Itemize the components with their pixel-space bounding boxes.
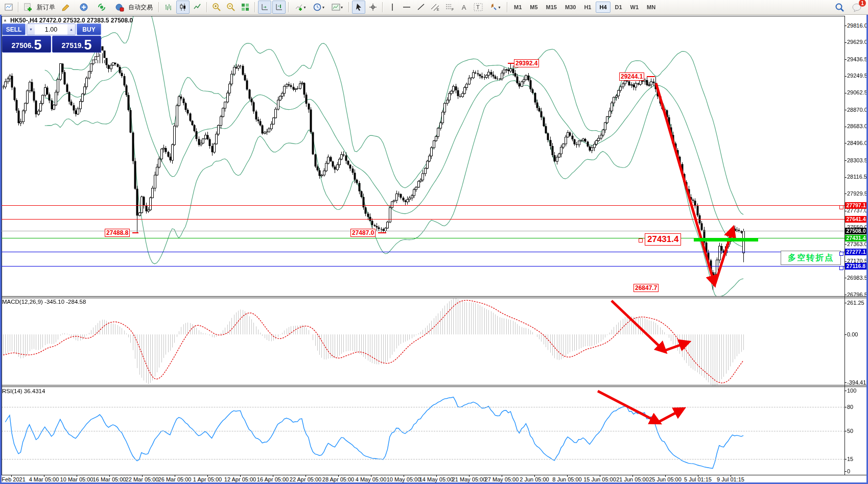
notifications-icon[interactable]: 1 — [850, 1, 863, 14]
line-chart-icon[interactable] — [191, 1, 204, 14]
date-axis-label: 10 Mar 05:00 — [60, 476, 93, 482]
buy-button[interactable]: BUY — [77, 23, 101, 35]
support-highlight-bar[interactable] — [694, 238, 758, 241]
volume-down-button[interactable]: ▾ — [27, 24, 35, 35]
date-axis-tick — [632, 475, 633, 477]
horizontal-line-icon[interactable] — [400, 1, 413, 14]
symbol-marker-icon: ▲ — [3, 18, 7, 22]
macd-rsi-separator[interactable] — [2, 385, 866, 385]
auto-scroll-icon[interactable] — [258, 1, 271, 14]
date-axis-line — [2, 475, 866, 475]
toolbar-separator — [507, 2, 508, 12]
autotrade-icon[interactable] — [113, 1, 126, 14]
new-order-icon[interactable] — [21, 1, 35, 14]
object-handle[interactable] — [839, 266, 843, 270]
chevron-down-icon: ▾ — [498, 5, 500, 10]
price-tag[interactable]: 29392.4 — [514, 59, 539, 67]
price-axis-label: 29249.5 — [847, 72, 867, 79]
price-tag-dash — [378, 232, 386, 233]
volume-input[interactable] — [35, 24, 67, 35]
main-macd-separator[interactable] — [2, 298, 866, 298]
object-handle[interactable] — [639, 238, 643, 243]
autotrade-label[interactable]: 自动交易 — [128, 3, 153, 12]
price-tag[interactable]: 29244.1 — [619, 72, 644, 81]
price-axis-label: 28683.0 — [847, 123, 867, 129]
date-axis-tick — [306, 475, 306, 477]
zoom-out-icon[interactable] — [224, 1, 238, 14]
macd-canvas[interactable] — [0, 298, 844, 386]
price-tag[interactable]: 26847.7 — [634, 284, 659, 292]
chart-border-top — [2, 16, 844, 16]
timeframe-mn[interactable]: MN — [643, 2, 659, 13]
indicators-icon[interactable]: ▾ — [292, 1, 309, 14]
trendline-icon[interactable] — [414, 1, 428, 14]
price-tag-dash — [647, 76, 655, 77]
level-line[interactable] — [2, 266, 844, 267]
date-axis-label: 15 Jun 05:00 — [583, 476, 616, 482]
price-axis-label: 28303.5 — [847, 157, 867, 163]
price-axis-label: 26796.5 — [847, 292, 867, 298]
clock-icon[interactable]: ▾ — [310, 1, 327, 14]
price-tag[interactable]: 27488.8 — [105, 229, 130, 237]
new-order-label[interactable]: 新订单 — [37, 3, 55, 12]
price-axis-tick — [844, 93, 847, 93]
sell-button[interactable]: SELL — [2, 23, 26, 35]
bars-chart-icon[interactable] — [162, 1, 175, 14]
price-axis-tick — [844, 211, 847, 211]
timeframe-m30[interactable]: M30 — [561, 2, 579, 13]
arrows-icon[interactable]: ▾ — [486, 1, 504, 14]
equidistant-channel-icon[interactable]: E — [429, 1, 442, 14]
timeframe-d1[interactable]: D1 — [612, 2, 626, 13]
market-watch-icon[interactable] — [77, 1, 90, 14]
crosshair-icon[interactable] — [366, 1, 380, 14]
timeframe-m1[interactable]: M1 — [510, 2, 525, 13]
search-icon[interactable] — [833, 1, 847, 14]
timeframe-m15[interactable]: M15 — [543, 2, 560, 13]
palette-icon[interactable] — [59, 1, 73, 14]
price-axis-label: 27929.5 — [847, 190, 867, 197]
volume-up-button[interactable]: ▴ — [67, 24, 75, 35]
main-chart-canvas[interactable] — [0, 16, 844, 297]
date-axis-tick — [338, 475, 339, 477]
timeframe-m5[interactable]: M5 — [526, 2, 541, 13]
macd-rsi-separator[interactable] — [2, 386, 866, 387]
date-axis-label: 12 Apr 05:00 — [224, 476, 256, 482]
level-line[interactable] — [2, 219, 844, 220]
text-label-icon[interactable]: T — [472, 1, 485, 14]
rsi-axis-tick — [844, 407, 847, 407]
text-icon[interactable]: A — [457, 1, 471, 14]
main-macd-separator[interactable] — [2, 296, 866, 297]
sell-price[interactable]: 27506. 5 — [2, 36, 51, 53]
chart-border-left — [2, 16, 2, 475]
vertical-line-icon[interactable] — [386, 1, 399, 14]
cursor-icon[interactable] — [352, 1, 365, 14]
level-line[interactable] — [2, 252, 844, 252]
macd-axis-tick — [844, 303, 847, 303]
buy-price[interactable]: 27519. 5 — [52, 36, 101, 53]
date-axis-tick — [534, 475, 535, 477]
svg-text:T: T — [476, 4, 480, 10]
date-axis-tick — [371, 475, 371, 477]
signal-icon[interactable] — [95, 1, 108, 14]
price-tag[interactable]: 27431.4 — [645, 233, 681, 246]
note-box[interactable]: 多空转折点 — [781, 251, 841, 265]
timeframe-h1[interactable]: H1 — [580, 2, 595, 13]
chart-window-icon[interactable] — [2, 1, 15, 14]
rsi-axis-label: 50 — [847, 428, 853, 434]
chart-template-icon[interactable]: ▾ — [329, 1, 346, 14]
notification-count-badge: 1 — [859, 0, 866, 7]
level-line[interactable] — [2, 205, 844, 206]
fibonacci-icon[interactable]: F — [443, 1, 456, 14]
timeframe-w1[interactable]: W1 — [627, 2, 643, 13]
level-price-badge: 27431.4 — [845, 235, 867, 241]
timeframe-bar: M1M5M15M30H1H4D1W1MN — [510, 2, 660, 13]
zoom-in-icon[interactable] — [210, 1, 223, 14]
object-handle[interactable] — [839, 205, 843, 209]
object-handle[interactable] — [839, 252, 843, 256]
tile-windows-icon[interactable] — [239, 1, 252, 14]
timeframe-h4[interactable]: H4 — [596, 2, 610, 13]
candlestick-chart-icon[interactable] — [176, 1, 190, 14]
chart-shift-icon[interactable] — [272, 1, 286, 14]
price-tag[interactable]: 27487.0 — [350, 229, 376, 237]
price-axis-tick — [844, 127, 847, 127]
